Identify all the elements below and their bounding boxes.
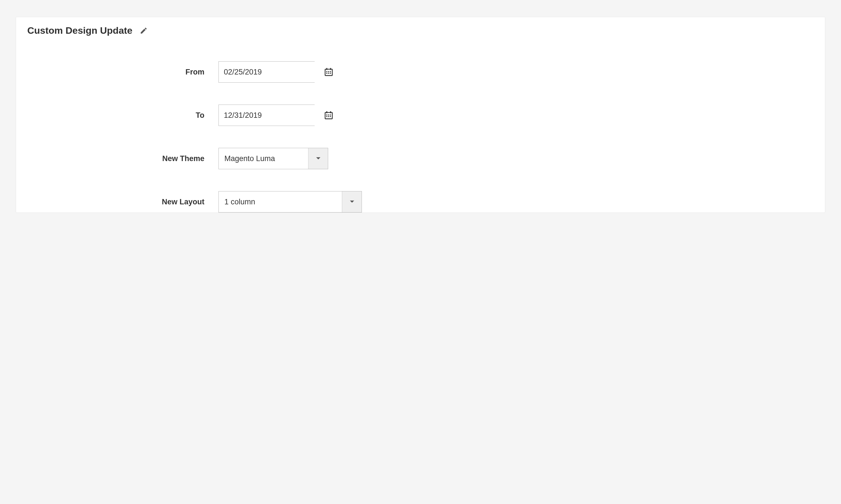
panel-header: Custom Design Update xyxy=(27,25,814,36)
custom-design-update-panel: Custom Design Update From xyxy=(16,17,825,213)
svg-rect-0 xyxy=(325,69,332,76)
svg-rect-2 xyxy=(330,68,331,70)
to-row: To xyxy=(27,105,814,126)
from-label: From xyxy=(27,68,218,76)
to-date-field[interactable] xyxy=(218,105,315,126)
theme-select[interactable]: Magento Luma xyxy=(218,148,328,169)
chevron-down-icon[interactable] xyxy=(308,148,328,169)
theme-row: New Theme Magento Luma xyxy=(27,148,814,169)
page: Custom Design Update From xyxy=(0,0,841,230)
chevron-down-icon[interactable] xyxy=(342,192,362,212)
theme-select-value: Magento Luma xyxy=(219,148,308,169)
from-date-input[interactable] xyxy=(219,61,324,83)
svg-rect-7 xyxy=(326,73,327,74)
svg-rect-12 xyxy=(330,111,331,113)
pencil-icon[interactable] xyxy=(140,27,148,35)
form: From xyxy=(27,61,814,213)
layout-label: New Layout xyxy=(27,198,218,206)
svg-rect-10 xyxy=(325,112,332,119)
panel-title: Custom Design Update xyxy=(27,25,132,36)
svg-rect-1 xyxy=(326,68,327,70)
svg-rect-13 xyxy=(326,114,327,115)
layout-select-value: 1 column xyxy=(219,192,342,212)
svg-rect-5 xyxy=(330,71,331,72)
svg-rect-15 xyxy=(330,114,331,115)
svg-rect-4 xyxy=(328,71,329,72)
svg-rect-17 xyxy=(328,116,329,117)
svg-rect-9 xyxy=(330,73,331,74)
svg-rect-11 xyxy=(326,111,327,113)
from-date-field[interactable] xyxy=(218,61,315,83)
calendar-icon[interactable] xyxy=(324,105,334,126)
from-row: From xyxy=(27,61,814,83)
layout-select[interactable]: 1 column xyxy=(218,191,362,213)
calendar-icon[interactable] xyxy=(324,61,334,83)
to-date-input[interactable] xyxy=(219,105,324,126)
svg-rect-14 xyxy=(328,114,329,115)
theme-label: New Theme xyxy=(27,154,218,163)
svg-rect-8 xyxy=(328,73,329,74)
svg-rect-3 xyxy=(326,71,327,72)
layout-row: New Layout 1 column xyxy=(27,191,814,213)
svg-rect-18 xyxy=(330,116,331,117)
to-label: To xyxy=(27,111,218,120)
svg-rect-16 xyxy=(326,116,327,117)
